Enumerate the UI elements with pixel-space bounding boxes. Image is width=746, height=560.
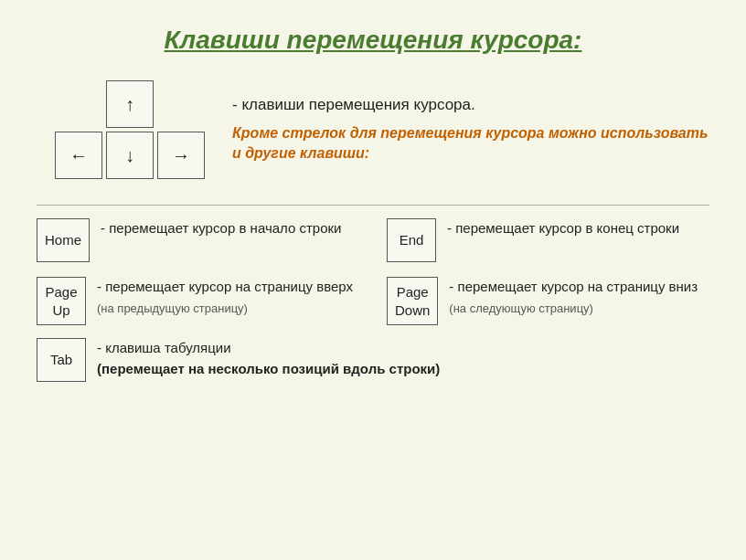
left-arrow-key: ← [55, 132, 102, 179]
tab-desc-text: - клавиша табуляции [97, 340, 231, 355]
arrows-section: ↑ ← ↓ → - клавиши перемещения курсора. К… [37, 80, 709, 179]
keys-grid: Home- перемещает курсор в начало строкиE… [37, 218, 709, 325]
arrow-keys-grid: ↑ ← ↓ → [55, 80, 205, 179]
key-row: Home- перемещает курсор в начало строки [37, 218, 359, 262]
tab-key-box: Tab [37, 338, 86, 382]
slide: Клавиши перемещения курсора: ↑ ← ↓ → - к… [0, 0, 746, 560]
up-arrow-key: ↑ [106, 80, 154, 128]
key-row: Page Down- перемещает курсор на страницу… [387, 277, 709, 325]
key-desc-1: - перемещает курсор в конец строки [447, 218, 679, 239]
down-arrow-key: ↓ [106, 132, 154, 179]
key-box-3: Page Down [387, 277, 438, 325]
divider [37, 205, 709, 206]
tab-bold-text: (перемещает на несколько позиций вдоль с… [97, 361, 440, 376]
key-desc-3: - перемещает курсор на страницу вниз(на … [449, 277, 698, 318]
arrows-main-text: - клавиши перемещения курсора. [232, 96, 709, 114]
key-desc-0: - перемещает курсор в начало строки [101, 218, 341, 239]
tab-row: Tab - клавиша табуляции (перемещает на н… [37, 338, 709, 382]
key-row: End- перемещает курсор в конец строки [387, 218, 709, 262]
key-box-2: Page Up [37, 277, 86, 325]
key-desc-2: - перемещает курсор на страницу вверх(на… [97, 277, 353, 318]
arrows-description: - клавиши перемещения курсора. Кроме стр… [232, 96, 709, 164]
key-box-1: End [387, 218, 436, 262]
tab-description: - клавиша табуляции (перемещает на неско… [97, 338, 440, 379]
key-box-0: Home [37, 218, 90, 262]
right-arrow-key: → [157, 132, 205, 179]
key-row: Page Up- перемещает курсор на страницу в… [37, 277, 359, 325]
arrows-italic-text: Кроме стрелок для перемещения курсора мо… [232, 123, 709, 164]
page-title: Клавиши перемещения курсора: [37, 26, 709, 55]
